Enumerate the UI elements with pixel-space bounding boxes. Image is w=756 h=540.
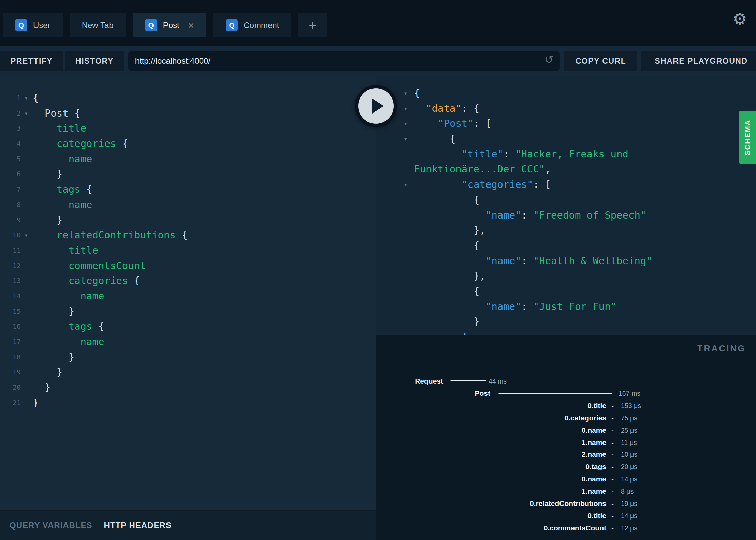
editor-line[interactable]: 3title — [0, 121, 376, 136]
tracing-span-row: 0.title-14 μs — [376, 510, 756, 522]
response-line: "name": "Health & Wellbeing" — [376, 253, 756, 269]
prettify-button[interactable]: PRETTIFY — [0, 51, 63, 71]
query-editor-pane[interactable]: 1▾{2▾Post {3title4categories {5name6}7ta… — [0, 76, 376, 510]
history-button[interactable]: HISTORY — [65, 51, 124, 71]
tracing-span-dash: - — [611, 497, 614, 510]
tracing-span-label: 0.relatedContributions — [530, 497, 606, 510]
editor-line[interactable]: 9} — [0, 212, 376, 228]
line-number: 21 — [0, 395, 21, 410]
fold-arrow-icon[interactable]: ▾ — [404, 101, 407, 116]
http-headers-toggle[interactable]: HTTP HEADERS — [104, 521, 172, 530]
schema-side-tab-label: SCHEMA — [743, 119, 752, 155]
editor-line[interactable]: 17name — [0, 334, 376, 349]
editor-line-text: name — [0, 334, 376, 349]
editor-line-text: relatedContributions { — [0, 227, 376, 243]
editor-line-text: commentsCount — [0, 258, 376, 273]
editor-line-text: tags { — [0, 319, 376, 334]
fold-arrow-icon[interactable]: ▾ — [404, 116, 407, 131]
copy-curl-button[interactable]: COPY CURL — [564, 51, 638, 71]
line-number: 4 — [0, 136, 21, 151]
response-line: { — [376, 238, 756, 253]
line-number: 2 — [0, 106, 21, 121]
reload-schema-icon[interactable]: ↺ — [544, 54, 554, 65]
tracing-span-dash: - — [611, 522, 614, 534]
tracing-span-dash: - — [611, 485, 614, 497]
schema-side-tab[interactable]: SCHEMA — [739, 111, 756, 164]
fold-arrow-icon[interactable]: ▾ — [24, 90, 28, 106]
tracing-span-duration: 12 μs — [621, 522, 637, 534]
line-number: 16 — [0, 319, 21, 334]
editor-line[interactable]: 19} — [0, 364, 376, 380]
tracing-span-row: 0.name-14 μs — [376, 473, 756, 485]
editor-line[interactable]: 18} — [0, 349, 376, 365]
tracing-panel-toggle[interactable]: TRACING — [697, 344, 746, 354]
tracing-span-row: 0.title-153 μs — [376, 400, 756, 412]
execute-query-button[interactable] — [355, 85, 397, 127]
tracing-span-row: Request44 ms — [376, 375, 756, 387]
fold-arrow-icon[interactable]: ▾ — [404, 86, 407, 101]
tracing-span-bar — [450, 380, 486, 381]
editor-line[interactable]: 4categories { — [0, 136, 376, 151]
fold-arrow-icon[interactable]: ▾ — [404, 131, 407, 147]
response-line: }, — [376, 268, 756, 284]
tracing-span-duration: 25 μs — [621, 424, 637, 436]
tracing-span-label: 0.title — [587, 510, 606, 522]
tracing-span-label: 0.title — [587, 400, 606, 412]
settings-gear-icon[interactable]: ⚙ — [732, 11, 747, 27]
line-number: 8 — [0, 197, 21, 212]
editor-line[interactable]: 6} — [0, 166, 376, 182]
query-variables-toggle[interactable]: QUERY VARIABLES — [10, 521, 92, 530]
editor-line-text: { — [0, 90, 376, 106]
tracing-span-label: 1.name — [582, 436, 606, 449]
line-number: 12 — [0, 258, 21, 273]
tab-user[interactable]: QUser — [3, 13, 63, 38]
line-number: 9 — [0, 212, 21, 228]
editor-line-text: } — [0, 212, 376, 228]
tracing-span-row: 0.categories-75 μs — [376, 412, 756, 424]
query-icon: Q — [226, 19, 238, 31]
editor-line[interactable]: 16tags { — [0, 319, 376, 334]
tab-label: New Tab — [82, 20, 114, 30]
editor-line[interactable]: 20} — [0, 380, 376, 395]
editor-line[interactable]: 1▾{ — [0, 90, 376, 106]
tracing-panel: TRACING Request44 msPost167 ms0.title-15… — [376, 335, 756, 540]
line-number: 6 — [0, 166, 21, 182]
tracing-span-duration: 11 μs — [621, 436, 637, 449]
tracing-span-duration: 19 μs — [621, 497, 637, 510]
editor-line[interactable]: 5name — [0, 151, 376, 167]
fold-arrow-icon[interactable]: ▾ — [404, 177, 407, 192]
tracing-span-duration: 75 μs — [621, 412, 637, 424]
editor-line-text: name — [0, 197, 376, 212]
response-line: ▾{ — [376, 131, 756, 147]
editor-line[interactable]: 8name — [0, 197, 376, 212]
line-number: 3 — [0, 121, 21, 136]
close-tab-icon[interactable]: × — [188, 20, 194, 31]
tracing-span-duration: 153 μs — [621, 400, 641, 412]
fold-arrow-icon[interactable]: ▾ — [24, 227, 28, 243]
query-icon: Q — [15, 19, 27, 31]
fold-arrow-icon[interactable]: ▾ — [24, 106, 28, 121]
line-number: 5 — [0, 151, 21, 167]
tab-post[interactable]: QPost× — [133, 13, 207, 38]
tab-comment[interactable]: QComment — [213, 13, 291, 38]
editor-line[interactable]: 7tags { — [0, 182, 376, 197]
editor-line[interactable]: 14name — [0, 288, 376, 304]
line-number: 13 — [0, 273, 21, 288]
query-icon: Q — [145, 19, 157, 31]
tab-new-tab[interactable]: New Tab — [70, 13, 126, 38]
editor-line[interactable]: 13categories { — [0, 273, 376, 288]
tracing-span-row: 1.name-11 μs — [376, 436, 756, 449]
editor-line[interactable]: 21} — [0, 395, 376, 410]
editor-line[interactable]: 15} — [0, 304, 376, 319]
share-playground-button[interactable]: SHARE PLAYGROUND — [641, 51, 756, 71]
editor-line[interactable]: 10▾relatedContributions { — [0, 227, 376, 243]
response-line: }, — [376, 223, 756, 238]
tracing-span-duration: 8 μs — [621, 485, 634, 497]
response-line: ▾{ — [376, 86, 756, 101]
editor-line[interactable]: 11title — [0, 243, 376, 258]
editor-line[interactable]: 2▾Post { — [0, 106, 376, 121]
new-tab-button[interactable]: + — [298, 13, 327, 38]
editor-line[interactable]: 12commentsCount — [0, 258, 376, 273]
editor-line-text: } — [0, 304, 376, 319]
endpoint-url-input[interactable] — [135, 56, 553, 66]
